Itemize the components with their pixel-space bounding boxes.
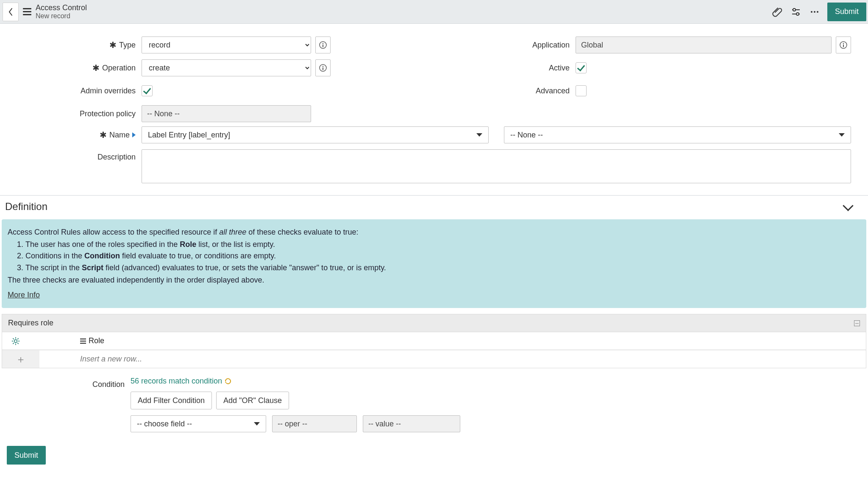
callout-rule-2: Conditions in the Condition field evalua… — [25, 251, 860, 261]
page-title: Access Control — [36, 3, 87, 12]
definition-section-header[interactable]: Definition — [0, 195, 868, 218]
condition-block: Condition 56 records match condition Add… — [0, 377, 868, 442]
info-icon — [319, 41, 327, 49]
role-table-header-row: Role — [2, 332, 866, 350]
requires-role-section: Requires role Role ＋ Insert a new row... — [2, 314, 866, 368]
name-field-dropdown[interactable]: -- None -- — [504, 126, 851, 143]
burger-line-icon — [23, 11, 31, 12]
label-type: Type — [119, 41, 136, 50]
svg-point-6 — [323, 43, 323, 44]
bottom-bar: Submit — [0, 442, 868, 473]
application-info-button[interactable] — [836, 36, 851, 53]
chevron-left-icon — [8, 8, 13, 16]
header-title-block: Access Control New record — [36, 3, 87, 20]
svg-line-22 — [17, 338, 18, 339]
more-horizontal-icon — [810, 7, 820, 17]
svg-point-2 — [811, 11, 812, 13]
reference-icon[interactable] — [132, 132, 136, 137]
svg-point-0 — [793, 8, 796, 11]
condition-match-link[interactable]: 56 records match condition — [131, 377, 862, 386]
header-bar: Access Control New record Submit — [0, 0, 868, 24]
more-info-link[interactable]: More Info — [8, 291, 40, 299]
submit-button[interactable]: Submit — [827, 3, 866, 21]
advanced-checkbox[interactable] — [576, 85, 587, 96]
role-table-insert-row[interactable]: ＋ Insert a new row... — [2, 350, 866, 368]
operation-select[interactable]: create — [142, 59, 311, 76]
definition-callout: Access Control Rules allow access to the… — [2, 219, 866, 308]
personalize-button[interactable] — [787, 3, 804, 20]
application-field: Global — [576, 36, 832, 53]
role-column-menu[interactable]: Role — [80, 336, 104, 345]
requires-role-title: Requires role — [8, 319, 53, 328]
type-info-button[interactable] — [315, 36, 331, 53]
svg-point-4 — [817, 11, 818, 13]
svg-point-3 — [814, 11, 815, 13]
required-icon: ✱ — [109, 41, 117, 49]
hamburger-icon — [80, 339, 86, 344]
info-icon — [319, 64, 327, 72]
svg-line-19 — [13, 338, 14, 339]
caret-down-icon — [476, 133, 482, 137]
label-operation: Operation — [102, 64, 136, 73]
svg-line-20 — [17, 343, 18, 344]
attachments-button[interactable] — [769, 3, 786, 20]
callout-outro: The three checks are evaluated independe… — [8, 275, 860, 286]
svg-rect-10 — [323, 67, 323, 70]
refresh-icon — [225, 378, 231, 385]
filter-value-field: -- value -- — [363, 415, 460, 432]
burger-line-icon — [23, 8, 31, 9]
sliders-icon — [791, 7, 801, 17]
required-icon: ✱ — [92, 64, 100, 72]
active-checkbox[interactable] — [576, 62, 587, 73]
form-top: ✱ Type record ✱ Operation create — [0, 24, 868, 126]
label-active: Active — [549, 64, 570, 73]
label-condition: Condition — [92, 380, 125, 389]
admin-overrides-checkbox[interactable] — [142, 85, 153, 96]
type-select[interactable]: record — [142, 36, 311, 53]
burger-line-icon — [23, 14, 31, 15]
protection-policy-field: -- None -- — [142, 105, 311, 122]
description-textarea[interactable] — [142, 149, 851, 183]
table-settings-button[interactable] — [11, 337, 20, 345]
form-col-left: ✱ Type record ✱ Operation create — [17, 36, 417, 122]
insert-row-placeholder: Insert a new row... — [80, 355, 142, 364]
filter-operator-field: -- oper -- — [272, 415, 357, 432]
add-or-clause-button[interactable]: Add "OR" Clause — [216, 392, 289, 409]
label-application: Application — [532, 41, 570, 50]
svg-rect-7 — [323, 45, 323, 47]
name-table-dropdown[interactable]: Label Entry [label_entry] — [142, 126, 489, 143]
collapse-icon[interactable] — [854, 320, 860, 326]
submit-button-bottom[interactable]: Submit — [7, 446, 46, 465]
label-protection-policy: Protection policy — [80, 109, 136, 118]
callout-rule-3: The script in the Script field (advanced… — [25, 263, 860, 273]
label-admin-overrides: Admin overrides — [81, 87, 136, 95]
callout-rule-1: The user has one of the roles specified … — [25, 239, 860, 250]
info-icon — [840, 41, 847, 49]
filter-field-dropdown[interactable]: -- choose field -- — [131, 415, 266, 432]
more-actions-button[interactable] — [806, 3, 823, 20]
menu-button[interactable] — [23, 8, 31, 15]
definition-title: Definition — [5, 201, 47, 213]
back-button[interactable] — [3, 3, 19, 21]
add-filter-condition-button[interactable]: Add Filter Condition — [131, 392, 212, 409]
svg-line-21 — [13, 343, 14, 344]
svg-rect-13 — [843, 45, 844, 47]
page-subtitle: New record — [36, 12, 87, 20]
paperclip-icon — [772, 7, 782, 17]
svg-point-1 — [796, 13, 799, 15]
label-name: Name — [109, 131, 130, 140]
caret-down-icon — [254, 422, 260, 426]
svg-point-14 — [14, 339, 17, 342]
caret-down-icon — [839, 133, 845, 137]
label-description: Description — [97, 153, 136, 162]
chevron-down-icon — [843, 200, 853, 211]
form-fullwidth: ✱ Name Label Entry [label_entry] -- None… — [0, 126, 868, 195]
svg-point-12 — [843, 43, 844, 44]
form-col-right: Application Global Active Advanced — [451, 36, 851, 122]
operation-info-button[interactable] — [315, 59, 331, 76]
label-advanced: Advanced — [536, 87, 570, 95]
required-icon: ✱ — [100, 131, 107, 139]
svg-point-9 — [323, 66, 323, 67]
gear-icon — [11, 337, 20, 345]
